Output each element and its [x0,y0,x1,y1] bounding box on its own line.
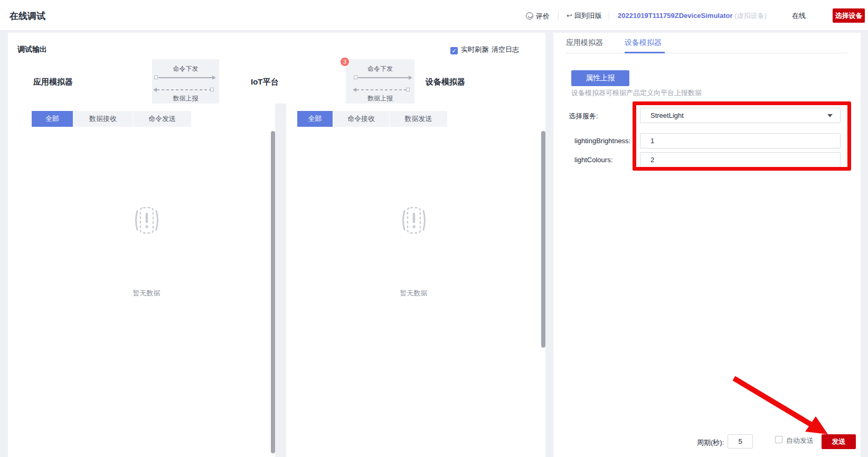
clear-log-button[interactable]: ✕清空日志 [484,45,519,54]
right-log-scrollbar[interactable] [541,131,545,348]
active-tab-underline [625,52,665,53]
arrow-endpoint-square [406,88,410,91]
realtime-refresh-toggle[interactable]: ✓实时刷新 [450,45,488,53]
arrow-head-icon [353,88,356,92]
command-down-arrow [158,77,213,78]
auto-send-label: 自动发送 [786,436,814,445]
page-title: 在线调试 [10,10,45,22]
realtime-refresh-checkbox[interactable]: ✓ [450,47,458,54]
device-name-link[interactable]: 20221019T111759ZDeviceSimulator [618,12,733,20]
data-up-label: 数据上报 [152,94,219,103]
right-log-tab-all[interactable]: 全部 [297,111,333,127]
right-log-empty-state: 暂无数据 [286,130,541,457]
field-value: 1 [650,137,654,145]
right-log-tab-command-receive[interactable]: 命令接收 [333,111,389,127]
service-select-value: StreetLight [650,111,684,119]
arrow-head-icon [153,88,157,92]
clear-icon: ✕ [484,45,489,53]
flow-node-device-simulator: 设备模拟器 [414,65,545,99]
service-select-label: 选择服务: [569,111,598,121]
feedback-link[interactable]: 评价 [526,11,550,21]
command-down-label: 命令下发 [152,64,219,73]
arrow-head-icon [212,76,216,80]
data-up-arrow [356,89,407,90]
auto-send-checkbox[interactable] [775,436,782,443]
command-down-label: 命令下发 [346,64,414,73]
arrow-endpoint-square [154,76,158,79]
field-label-lightingBrightness: lightingBrightness: [574,137,630,145]
divider [609,12,609,20]
no-data-icon [131,204,162,237]
data-up-arrow [157,89,211,90]
period-input[interactable]: 5 [728,434,753,449]
data-up-label: 数据上报 [346,94,414,103]
chevron-down-icon [827,114,833,117]
select-device-button[interactable]: 选择设备 [833,8,865,23]
message-count-badge: 3 [341,58,349,66]
field-input-lightingBrightness[interactable]: 1 [640,133,841,148]
field-input-lightColours[interactable]: 2 [640,152,841,167]
panel-description: 设备模拟器可根据产品定义向平台上报数据 [571,88,702,98]
device-status: 在线 [792,11,806,21]
no-data-icon [399,204,429,237]
period-label: 周期(秒): [697,438,724,447]
left-log-scrollbar[interactable] [271,131,275,453]
field-label-lightColours: lightColours: [574,156,612,164]
arrow-endpoint-square [210,88,214,91]
iot-platform-label: IoT平台 [219,77,279,87]
return-icon: ↩ [567,12,572,20]
flow-node-iot-platform: IoT平台 [219,65,346,99]
service-select-dropdown[interactable]: StreetLight [640,108,841,123]
field-value: 2 [650,156,654,164]
left-log-tab-all[interactable]: 全部 [32,111,73,127]
smiley-icon [526,12,533,20]
flow-node-app-simulator: 应用模拟器 [22,65,152,99]
debug-output-title: 调试输出 [17,45,47,54]
arrow-head-icon [409,76,412,80]
tab-divider-line [566,53,848,53]
left-log-tab-command-send[interactable]: 命令发送 [133,111,191,127]
send-button[interactable]: 发送 [822,434,856,449]
arrow-endpoint-square [354,76,357,79]
right-log-tab-data-send[interactable]: 数据发送 [390,111,447,127]
device-name-group: 20221019T111759ZDeviceSimulator (虚拟设备) [618,11,767,21]
back-to-old-label: 回到旧版 [574,12,602,20]
tab-device-simulator[interactable]: 设备模拟器 [625,38,662,48]
feedback-label: 评价 [536,12,550,20]
no-data-text: 暂无数据 [133,288,161,298]
clear-log-label: 清空日志 [492,45,519,53]
debug-output-card: 调试输出 ✓实时刷新 ✕清空日志 命令下发 数据上报 命令下发 数据上报 [8,33,545,457]
device-type-label: (虚拟设备) [734,12,767,20]
property-report-button[interactable]: 属性上报 [571,70,629,86]
tab-app-simulator[interactable]: 应用模拟器 [566,38,603,48]
page: 在线调试 评价 ↩回到旧版 20221019T111759ZDeviceSimu… [0,0,868,457]
flow-band-right: 命令下发 数据上报 [346,59,414,104]
simulator-panel: 应用模拟器 设备模拟器 属性上报 设备模拟器可根据产品定义向平台上报数据 选择服… [553,33,861,457]
flow-band-left: 命令下发 数据上报 [152,59,219,104]
left-log-empty-state: 暂无数据 [22,130,271,457]
command-down-arrow [358,77,410,78]
no-data-text: 暂无数据 [400,288,428,298]
left-log-tab-data-receive[interactable]: 数据接收 [73,111,133,127]
panel-gap [275,104,286,457]
top-bar: 在线调试 评价 ↩回到旧版 20221019T111759ZDeviceSimu… [0,0,868,31]
device-simulator-label: 设备模拟器 [414,77,465,87]
back-to-old-link[interactable]: ↩回到旧版 [567,11,602,21]
app-simulator-label: 应用模拟器 [22,77,73,87]
divider [558,12,559,20]
